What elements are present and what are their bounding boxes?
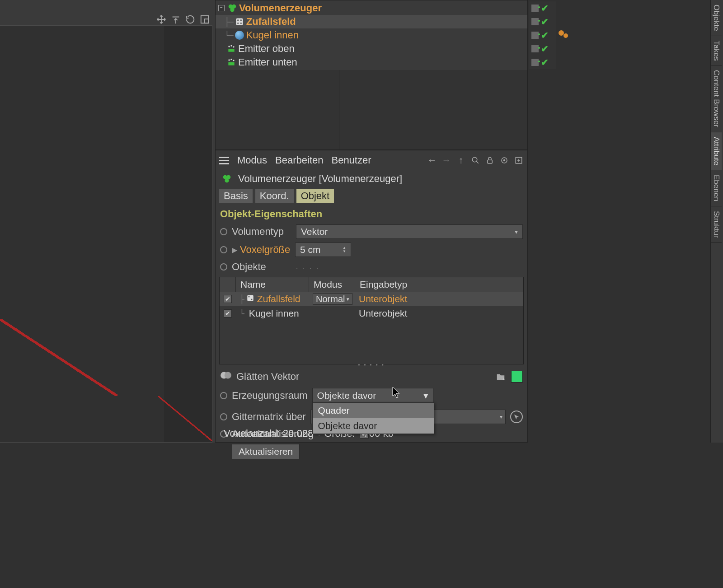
dropdown-volumentyp[interactable]: Vektor ▾ xyxy=(296,224,523,239)
random-field-icon xyxy=(246,294,254,304)
zoom-icon[interactable] xyxy=(170,14,182,25)
menu-icon[interactable] xyxy=(219,157,229,164)
visibility-toggle[interactable] xyxy=(531,4,539,12)
attribute-title: Volumenerzeuger [Volumenerzeuger] xyxy=(238,173,402,185)
table-row[interactable]: ✔ ├ Zufallsfeld Normal▾ Unterobjekt xyxy=(220,292,523,306)
visibility-toggle[interactable] xyxy=(531,31,539,39)
attribute-manager: Modus Bearbeiten Benutzer ← → ↑ Volumene… xyxy=(215,150,528,443)
dropdown-option-quader[interactable]: Quader xyxy=(313,403,434,418)
row-checkbox[interactable]: ✔ xyxy=(224,309,232,317)
lock-icon[interactable] xyxy=(485,155,495,165)
menu-modus[interactable]: Modus xyxy=(237,154,267,166)
enable-check-icon[interactable]: ✔ xyxy=(541,16,549,27)
chevron-down-icon: ▾ xyxy=(423,390,428,401)
chevron-down-icon: ▾ xyxy=(515,228,518,235)
tree-row-emitter-unten[interactable]: Emitter unten ✔ xyxy=(216,56,527,69)
tree-label: Kugel innen xyxy=(246,29,299,41)
anim-bullet[interactable] xyxy=(220,263,227,271)
pick-target-icon[interactable] xyxy=(510,411,523,423)
objects-table: Name Modus Eingabetyp ✔ ├ Zufallsfeld No… xyxy=(219,277,524,364)
svg-rect-12 xyxy=(228,49,234,52)
anim-bullet[interactable] xyxy=(220,392,227,399)
status-voxelanzahl: Voxelanzahl: 20.028 xyxy=(224,428,313,439)
tree-label: Emitter unten xyxy=(238,56,297,68)
anim-bullet[interactable] xyxy=(220,228,227,235)
svg-point-18 xyxy=(230,59,232,60)
table-row[interactable]: ✔ └ Kugel innen Unterobjekt xyxy=(220,306,523,321)
emitter-icon xyxy=(226,44,236,54)
th-modus[interactable]: Modus xyxy=(309,277,355,292)
add-icon[interactable] xyxy=(514,155,524,165)
enable-check-icon[interactable]: ✔ xyxy=(541,43,549,54)
tab-koord[interactable]: Koord. xyxy=(255,189,294,203)
cell-name: Kugel innen xyxy=(249,308,299,319)
menu-benutzer[interactable]: Benutzer xyxy=(331,154,371,166)
svg-point-19 xyxy=(233,60,234,61)
visibility-toggle[interactable] xyxy=(531,45,539,53)
aktualisieren-button[interactable]: Aktualisieren xyxy=(232,444,300,459)
dropdown-option-objekte-davor[interactable]: Objekte davor xyxy=(313,418,434,434)
tree-row-zufallsfeld[interactable]: ├─ Zufallsfeld ✔ xyxy=(216,15,527,28)
visibility-toggle[interactable] xyxy=(531,58,539,66)
spinner-icon[interactable]: ▲▼ xyxy=(343,246,346,253)
anim-bullet[interactable] xyxy=(220,246,227,253)
cell-eingabetyp: Unterobjekt xyxy=(359,308,407,319)
tree-row-emitter-oben[interactable]: Emitter oben ✔ xyxy=(216,42,527,56)
back-icon[interactable]: ← xyxy=(427,155,437,165)
emitter-icon xyxy=(226,57,236,67)
svg-point-9 xyxy=(240,23,241,24)
up-icon[interactable]: ↑ xyxy=(456,155,466,165)
forward-icon[interactable]: → xyxy=(441,155,451,165)
vtab-ebenen[interactable]: Ebenen xyxy=(711,170,722,206)
rotate-icon[interactable] xyxy=(184,14,196,25)
folder-add-icon[interactable]: + xyxy=(495,371,507,383)
tab-objekt[interactable]: Objekt xyxy=(296,189,334,203)
dropdown-value: Vektor xyxy=(301,226,328,237)
move-icon[interactable] xyxy=(155,14,167,25)
search-icon[interactable] xyxy=(470,155,480,165)
dropdown-erzeugungsraum[interactable]: Objekte davor ▾ xyxy=(312,388,433,403)
svg-rect-28 xyxy=(247,295,254,301)
viewport-panel xyxy=(0,0,215,443)
vtab-attribute[interactable]: Attribute xyxy=(711,132,722,170)
row-checkbox[interactable]: ✔ xyxy=(224,295,232,303)
anim-bullet[interactable] xyxy=(220,413,227,420)
vtab-takes[interactable]: Takes xyxy=(711,36,722,65)
tag-spheres-icon[interactable] xyxy=(558,30,569,41)
tree-row-kugel-innen[interactable]: └─ Kugel innen ✔ xyxy=(216,28,527,42)
vtab-content-browser[interactable]: Content Browser xyxy=(711,65,722,132)
svg-rect-16 xyxy=(228,62,234,65)
input-voxelgroesse[interactable]: 5 cm ▲▼ xyxy=(295,243,351,257)
svg-point-29 xyxy=(248,296,249,298)
resize-handle[interactable]: ● ● ● ● ● xyxy=(216,363,527,367)
volume-builder-icon xyxy=(222,174,232,184)
th-eingabetyp[interactable]: Eingabetyp xyxy=(355,277,523,292)
svg-point-8 xyxy=(237,23,239,24)
vtab-struktur[interactable]: Struktur xyxy=(711,206,722,243)
tree-row-volumenerzeuger[interactable]: − Volumenerzeuger ✔ xyxy=(216,1,527,15)
tab-basis[interactable]: Basis xyxy=(219,189,253,203)
enable-check-icon[interactable]: ✔ xyxy=(541,30,549,41)
vtab-objekte[interactable]: Objekte xyxy=(711,0,722,36)
dropdown-modus[interactable]: Normal▾ xyxy=(313,293,352,305)
dots: . . . . xyxy=(296,263,319,271)
svg-point-30 xyxy=(251,299,252,300)
collapse-icon[interactable]: − xyxy=(218,5,225,11)
frame-icon[interactable] xyxy=(199,14,211,25)
enable-check-icon[interactable]: ✔ xyxy=(541,3,549,14)
target-icon[interactable] xyxy=(499,155,509,165)
svg-point-6 xyxy=(237,19,239,21)
expand-icon[interactable]: ▶ xyxy=(232,246,237,254)
visibility-toggle[interactable] xyxy=(531,18,539,26)
volume-builder-icon xyxy=(227,3,237,13)
film-strip-icon[interactable] xyxy=(511,371,523,383)
svg-point-15 xyxy=(233,46,234,47)
enable-check-icon[interactable]: ✔ xyxy=(541,57,549,68)
viewport-3d[interactable] xyxy=(0,25,212,443)
th-name[interactable]: Name xyxy=(236,277,309,292)
menu-bearbeiten[interactable]: Bearbeiten xyxy=(275,154,323,166)
smooth-vector-icon xyxy=(220,369,232,383)
svg-point-20 xyxy=(472,157,477,162)
tree-label: Volumenerzeuger xyxy=(239,2,322,14)
label-objekte: Objekte xyxy=(232,261,291,273)
